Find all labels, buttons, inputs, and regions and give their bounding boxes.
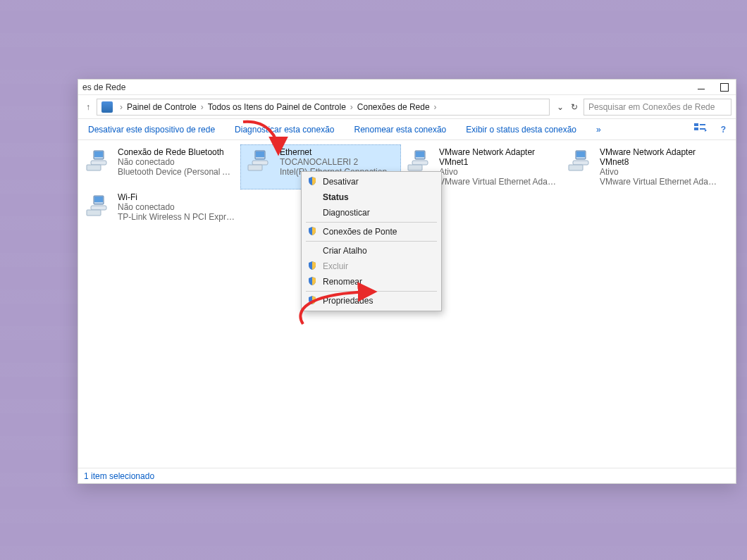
adapter-description: Bluetooth Device (Personal Area ... (118, 167, 236, 177)
context-menu-item-propriedades[interactable]: Propriedades (303, 293, 440, 309)
chevron-right-icon: › (117, 102, 125, 112)
context-menu: DesativarStatusDiagnosticarConexões de P… (301, 171, 442, 311)
adapter-status: TOCANOCALLERI 2 (280, 157, 396, 167)
context-menu-label: Criar Atalho (323, 246, 367, 256)
adapter-status: Não conectado (118, 202, 236, 212)
search-input[interactable]: Pesquisar em Conexões de Rede (584, 99, 731, 116)
adapter-status: Ativo (600, 167, 718, 177)
adapter-name: Ethernet (280, 147, 396, 157)
adapter-description: VMware Virtual Ethernet Adapter ... (600, 177, 718, 187)
menu-icon-placeholder (307, 208, 317, 218)
svg-rect-22 (91, 206, 106, 210)
svg-rect-18 (573, 161, 588, 165)
context-menu-label: Renomear (323, 277, 362, 287)
svg-rect-10 (252, 161, 268, 165)
adapter-item-wifi[interactable]: Wi-Fi Não conectado TP-Link Wireless N P… (80, 189, 240, 225)
breadcrumb-item[interactable]: Todos os Itens do Painel de Controle (206, 102, 347, 112)
context-menu-item-conexões-de-ponte[interactable]: Conexões de Ponte (303, 224, 440, 239)
context-menu-item-renomear[interactable]: Renomear (303, 274, 440, 290)
svg-rect-0 (694, 123, 698, 126)
svg-rect-2 (700, 124, 705, 125)
adapter-status: Não conectado (118, 157, 236, 167)
svg-rect-23 (87, 210, 101, 216)
menu-icon-placeholder (307, 246, 317, 256)
breadcrumb-item[interactable]: Painel de Controle (125, 102, 198, 112)
window-minimize-button[interactable] (698, 85, 708, 89)
context-menu-label: Conexões de Ponte (323, 227, 397, 237)
context-menu-item-diagnosticar[interactable]: Diagnosticar (303, 205, 440, 220)
chevron-right-icon: › (198, 102, 206, 112)
context-menu-label: Desativar (323, 177, 359, 187)
breadcrumb-item[interactable]: Conexões de Rede (356, 102, 431, 112)
shield-icon (307, 295, 317, 307)
address-bar: ↑ › Painel de Controle › Todos os Itens … (78, 95, 736, 119)
context-menu-label: Excluir (323, 261, 348, 271)
svg-rect-15 (408, 165, 422, 170)
adapter-name: Wi-Fi (118, 192, 236, 202)
context-menu-separator (306, 291, 437, 292)
shield-icon (307, 276, 317, 288)
menu-icon-placeholder (307, 192, 317, 202)
context-menu-item-excluir: Excluir (303, 259, 440, 274)
context-menu-item-status[interactable]: Status (303, 189, 440, 205)
svg-rect-21 (94, 197, 103, 202)
cmd-diagnose-connection[interactable]: Diagnosticar esta conexão (235, 125, 334, 135)
adapter-name: VMware Network Adapter VMnet8 (600, 147, 718, 167)
cmd-rename-connection[interactable]: Renomear esta conexão (354, 125, 447, 135)
control-panel-icon (101, 101, 113, 113)
status-text: 1 item selecionado (84, 471, 154, 481)
nav-up-icon[interactable]: ↑ (82, 102, 94, 112)
svg-rect-19 (569, 165, 583, 170)
view-options-icon[interactable] (694, 123, 707, 135)
adapter-item-vmnet8[interactable]: VMware Network Adapter VMnet8 Ativo VMwa… (562, 144, 722, 189)
breadcrumb[interactable]: › Painel de Controle › Todos os Itens do… (97, 99, 550, 116)
context-menu-separator (306, 241, 437, 242)
cmd-overflow[interactable]: » (596, 125, 601, 135)
network-adapter-icon (84, 192, 112, 218)
chevron-right-icon: › (431, 102, 440, 112)
explorer-window: es de Rede ↑ › Painel de Controle › Todo… (78, 79, 736, 484)
adapter-name: Conexão de Rede Bluetooth (118, 147, 236, 157)
cmd-view-status[interactable]: Exibir o status desta conexão (466, 125, 576, 135)
chevron-down-icon[interactable]: ⌄ (555, 102, 565, 112)
adapter-name: VMware Network Adapter VMnet1 (439, 147, 557, 167)
adapter-item-bluetooth[interactable]: Conexão de Rede Bluetooth Não conectado … (80, 144, 240, 189)
network-adapter-icon (84, 147, 112, 173)
chevron-right-icon: › (347, 102, 356, 112)
network-adapter-icon (245, 147, 274, 173)
svg-rect-11 (248, 165, 262, 170)
svg-rect-3 (700, 128, 705, 130)
svg-rect-5 (94, 151, 103, 157)
refresh-icon[interactable]: ↻ (569, 102, 579, 112)
svg-rect-6 (91, 161, 106, 165)
context-menu-label: Status (323, 192, 349, 202)
svg-rect-13 (416, 151, 424, 157)
network-adapter-icon (405, 147, 433, 173)
window-maximize-button[interactable] (720, 83, 730, 92)
svg-rect-7 (87, 165, 101, 170)
context-menu-item-desativar[interactable]: Desativar (303, 174, 440, 189)
network-adapter-icon (566, 147, 594, 173)
context-menu-label: Diagnosticar (323, 208, 370, 218)
adapter-description: TP-Link Wireless N PCI Express A... (118, 212, 236, 222)
shield-icon (307, 176, 317, 188)
cmd-deactivate-device[interactable]: Desativar este dispositivo de rede (88, 125, 215, 135)
context-menu-label: Propriedades (323, 296, 373, 306)
shield-icon (307, 226, 317, 238)
window-titlebar: es de Rede (78, 80, 736, 95)
content-area: Conexão de Rede Bluetooth Não conectado … (78, 140, 736, 468)
svg-rect-14 (412, 161, 428, 165)
svg-rect-17 (576, 151, 585, 157)
shield-icon (307, 261, 317, 273)
context-menu-item-criar-atalho[interactable]: Criar Atalho (303, 243, 440, 259)
command-bar: Desativar este dispositivo de rede Diagn… (78, 119, 736, 140)
adapter-description: VMware Virtual Ethernet Adapter ... (439, 177, 557, 187)
svg-rect-1 (694, 127, 698, 130)
search-placeholder: Pesquisar em Conexões de Rede (588, 102, 715, 112)
status-bar: 1 item selecionado (78, 468, 736, 483)
context-menu-separator (306, 222, 437, 223)
adapter-status: Ativo (439, 167, 557, 177)
help-icon[interactable]: ? (721, 125, 726, 135)
svg-rect-9 (256, 151, 264, 157)
window-title: es de Rede (82, 82, 698, 92)
